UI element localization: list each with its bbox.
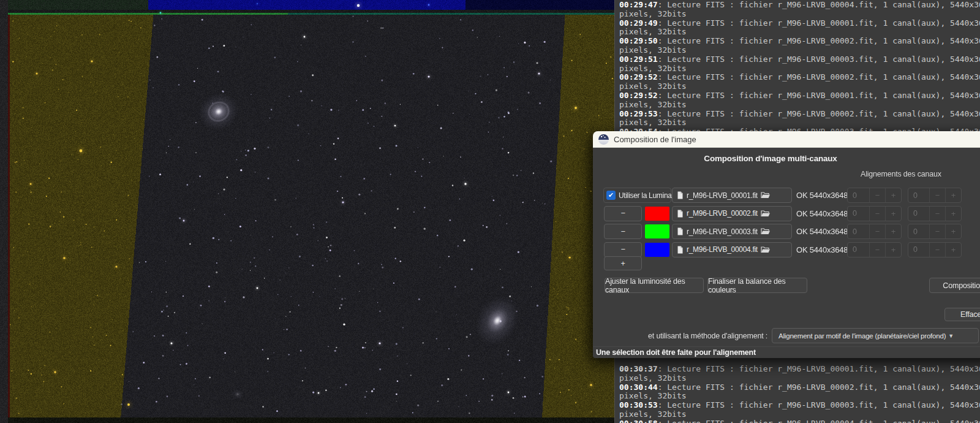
spin-plus-button[interactable]: +: [885, 224, 901, 238]
log-entry: 00:29:52: Lecture FITS : fichier r_M96-L…: [619, 91, 980, 110]
finalize-color-balance-button[interactable]: Finaliser la balance des couleurs: [707, 278, 807, 293]
spin-minus-button[interactable]: −: [929, 243, 945, 257]
channel-status: OK 5440x3648: [796, 224, 848, 239]
log-message-wrap: pixels, 32bits: [619, 101, 980, 110]
dialog-title: Composition de l'image: [614, 135, 696, 144]
log-message-wrap: pixels, 32bits: [619, 410, 980, 419]
shift-y-value[interactable]: 0: [908, 188, 929, 202]
log-message: : Lecture FITS : fichier r_M96-LRVB_0000…: [658, 19, 980, 28]
spin-plus-button[interactable]: +: [945, 188, 961, 202]
spin-plus-button[interactable]: +: [885, 207, 901, 221]
composition-button[interactable]: Composition: [929, 278, 980, 293]
composition-dialog: Composition de l'image Composition d'ima…: [593, 131, 980, 358]
log-message-wrap: pixels, 32bits: [619, 392, 980, 401]
checkbox-checked-icon[interactable]: ✔: [606, 191, 616, 200]
log-message-wrap: pixels, 32bits: [619, 64, 980, 74]
alignment-method-value: Alignement par motif de l'image (planéta…: [778, 332, 946, 340]
open-folder-icon[interactable]: [761, 192, 770, 199]
alignment-method-label: et utilisant la méthode d'alignement :: [593, 329, 767, 343]
log-timestamp: 00:29:53: [619, 110, 658, 118]
log-message: : Lecture FITS : fichier r_M96-LRVB_0000…: [658, 383, 980, 392]
file-icon: [677, 191, 684, 199]
use-luminance-checkbox[interactable]: ✔ Utiliser la Luminance: [603, 188, 671, 203]
spin-minus-button[interactable]: −: [929, 224, 945, 238]
log-message-wrap: pixels, 32bits: [619, 46, 980, 55]
shift-x-value[interactable]: 0: [848, 188, 869, 202]
alignment-method-dropdown[interactable]: Alignement par motif de l'image (planéta…: [772, 328, 979, 343]
channel-file-button[interactable]: r_M96-LRVB_00004.fit: [672, 242, 792, 257]
file-icon: [677, 210, 684, 218]
log-entry: 00:29:50: Lecture FITS : fichier r_M96-L…: [619, 37, 980, 55]
chevron-down-icon: ▼: [948, 333, 954, 339]
remove-channel-button[interactable]: −: [604, 224, 642, 239]
luminance-file-button[interactable]: r_M96-LRVB_00001.fit: [672, 188, 792, 203]
spin-plus-button[interactable]: +: [885, 243, 901, 257]
spin-minus-button[interactable]: −: [929, 188, 945, 202]
spin-minus-button[interactable]: −: [869, 188, 885, 202]
channel-shift-y-spinner[interactable]: 0 − +: [908, 224, 962, 239]
dialog-titlebar[interactable]: Composition de l'image: [593, 131, 980, 148]
log-message: : Lecture FITS : fichier r_M96-LRVB_0000…: [658, 55, 980, 64]
spin-minus-button[interactable]: −: [869, 207, 885, 221]
spin-minus-button[interactable]: −: [869, 243, 885, 257]
luminance-shift-y-spinner[interactable]: 0 − +: [908, 188, 962, 203]
log-message: : Lecture FITS : fichier r_M96-LRVB_0000…: [658, 73, 980, 82]
log-message-wrap: pixels, 32bits: [619, 374, 980, 383]
log-message-wrap: pixels, 32bits: [619, 82, 980, 91]
log-entry: 00:30:58: Lecture FITS : fichier r_M96-L…: [619, 419, 980, 423]
spin-plus-button[interactable]: +: [885, 188, 901, 202]
remove-channel-button[interactable]: −: [604, 206, 642, 221]
channel-shift-x-spinner[interactable]: 0 − +: [847, 224, 902, 239]
luminance-shift-x-spinner[interactable]: 0 − +: [847, 188, 902, 203]
channel-shift-x-spinner[interactable]: 0 − +: [847, 206, 902, 221]
channel-color-swatch[interactable]: [645, 224, 669, 238]
shift-y-value[interactable]: 0: [908, 243, 929, 257]
channel-shift-y-spinner[interactable]: 0 − +: [908, 242, 962, 257]
luminance-file-name: r_M96-LRVB_00001.fit: [687, 191, 758, 200]
siril-window: 00:29:47: Lecture FITS : fichier r_M96-L…: [0, 0, 980, 423]
spin-plus-button[interactable]: +: [945, 224, 961, 238]
siril-logo-icon: [598, 134, 609, 145]
status-message: Une sélection doit être faite pour l'ali…: [596, 348, 756, 357]
luminance-status: OK 5440x3648: [796, 188, 848, 203]
shift-y-value[interactable]: 0: [908, 207, 929, 221]
clear-button[interactable]: Effacer: [944, 308, 980, 321]
channel-status: OK 5440x3648: [796, 206, 848, 221]
channel-shift-x-spinner[interactable]: 0 − +: [847, 242, 902, 257]
log-group-bottom: 00:30:37: Lecture FITS : fichier r_M96-L…: [619, 365, 980, 423]
add-channel-button[interactable]: +: [604, 256, 642, 270]
open-folder-icon[interactable]: [761, 228, 770, 235]
spin-minus-button[interactable]: −: [929, 207, 945, 221]
spin-plus-button[interactable]: +: [945, 243, 961, 257]
open-folder-icon[interactable]: [761, 210, 770, 217]
shift-y-value[interactable]: 0: [908, 224, 929, 238]
shift-x-value[interactable]: 0: [848, 243, 869, 257]
channel-color-swatch[interactable]: [645, 207, 669, 221]
channel-file-button[interactable]: r_M96-LRVB_00002.fit: [672, 206, 792, 221]
log-message: : Lecture FITS : fichier r_M96-LRVB_0000…: [658, 91, 980, 100]
channel-status: OK 5440x3648: [796, 242, 848, 257]
channel-file-button[interactable]: r_M96-LRVB_00003.fit: [672, 224, 792, 239]
channel-row: − r_M96-LRVB_00004.fit OK 5440x3648 0 − …: [593, 242, 980, 257]
channel-row-luminance: ✔ Utiliser la Luminance r_M96-LRVB_00001…: [593, 188, 980, 203]
channel-shift-y-spinner[interactable]: 0 − +: [908, 206, 962, 221]
channel-file-name: r_M96-LRVB_00002.fit: [687, 209, 758, 218]
log-message-wrap: pixels, 32bits: [619, 28, 980, 37]
sky-image[interactable]: [0, 0, 614, 423]
log-entry: 00:29:51: Lecture FITS : fichier r_M96-L…: [619, 55, 980, 74]
spin-minus-button[interactable]: −: [869, 224, 885, 238]
log-entry: 00:30:44: Lecture FITS : fichier r_M96-L…: [619, 383, 980, 402]
shift-x-value[interactable]: 0: [848, 207, 869, 221]
rgb-channel-rows: − r_M96-LRVB_00002.fit OK 5440x3648 0 − …: [593, 206, 980, 261]
channel-file-name: r_M96-LRVB_00003.fit: [687, 227, 758, 236]
adjust-brightness-button[interactable]: Ajuster la luminosité des canaux: [605, 278, 704, 293]
log-timestamp: 00:29:47: [619, 1, 658, 9]
log-message-wrap: pixels, 32bits: [619, 118, 980, 128]
log-timestamp: 00:29:50: [619, 37, 658, 45]
open-folder-icon[interactable]: [761, 246, 770, 253]
channel-color-swatch[interactable]: [645, 243, 669, 257]
spin-plus-button[interactable]: +: [945, 207, 961, 221]
log-timestamp: 00:29:52: [619, 73, 658, 82]
shift-x-value[interactable]: 0: [848, 224, 869, 238]
remove-channel-button[interactable]: −: [604, 242, 642, 257]
